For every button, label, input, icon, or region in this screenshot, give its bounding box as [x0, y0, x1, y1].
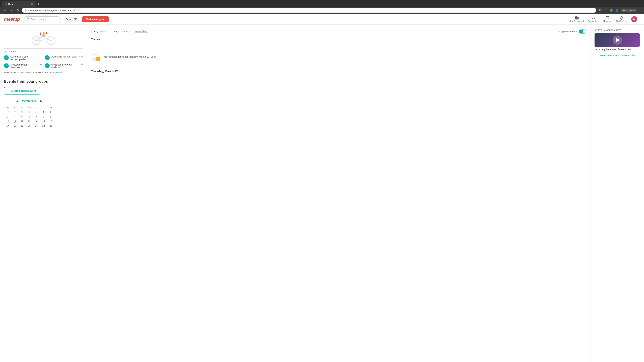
- header-nav: Pro Dashboard Connections Messages Notif…: [570, 16, 640, 22]
- reload-button[interactable]: ↻: [16, 8, 20, 12]
- cal-day-16[interactable]: 16: [47, 119, 54, 123]
- nav-messages[interactable]: Messages: [603, 16, 612, 22]
- user-avatar-menu[interactable]: M: [631, 16, 640, 22]
- nav-notifications[interactable]: Notifications: [616, 16, 627, 22]
- cal-day-feb25[interactable]: 25: [4, 110, 11, 114]
- network-reach-text: my Pro Network's reach?: [594, 29, 640, 31]
- cal-day-3[interactable]: 3: [4, 114, 11, 119]
- filters-row: Any type Any distance Reset filters Sugg…: [91, 29, 586, 34]
- nav-pro-dashboard[interactable]: Pro Dashboard: [570, 16, 584, 22]
- address-bar[interactable]: 🔒 meetup.com/home/?suggested=true&source…: [22, 8, 596, 12]
- nav-connections[interactable]: Connections: [588, 16, 599, 22]
- cal-day-6[interactable]: 6: [26, 114, 33, 119]
- video-item-2: Messaging your members 2:18: [4, 63, 42, 69]
- cal-day-10[interactable]: 10: [4, 119, 11, 123]
- day-header-fr: Fr: [40, 106, 47, 109]
- cal-day-15[interactable]: 15: [40, 119, 47, 123]
- distance-chevron-icon: [128, 30, 130, 32]
- tab-title: Home: [8, 3, 14, 5]
- url-text: meetup.com/home/?suggested=true&source=E…: [28, 9, 81, 11]
- logo-text: meetup: [4, 16, 20, 22]
- svg-point-5: [593, 16, 594, 18]
- search-bar[interactable]: Search events: [24, 16, 61, 22]
- cal-day-20[interactable]: 20: [26, 123, 33, 128]
- type-chevron-icon: [104, 30, 106, 32]
- incognito-badge: 🕵 Incognito: [621, 8, 636, 12]
- location-selector[interactable]: Dover, DE: [64, 16, 80, 22]
- cal-day-8[interactable]: 8: [40, 114, 47, 119]
- calendar-days: 25 26 27 28 29 1 2 3 4 5 6 7 8 9 10: [4, 110, 54, 128]
- calendar-next-button[interactable]: ▶: [39, 98, 43, 104]
- cal-day-4[interactable]: 4: [11, 114, 18, 119]
- center-panel: Any type Any distance Reset filters Sugg…: [87, 25, 590, 362]
- suggested-events-toggle-wrap: Suggested Events: [558, 29, 586, 33]
- bookmark-icon[interactable]: ☆: [604, 8, 608, 12]
- cal-day-feb28[interactable]: 28: [26, 110, 33, 114]
- cal-day-23[interactable]: 23: [47, 123, 54, 128]
- calendar-prev-button[interactable]: ◀: [16, 98, 19, 104]
- cal-day-5[interactable]: 5: [18, 114, 26, 119]
- distance-filter-button[interactable]: Any distance: [111, 29, 133, 34]
- active-tab[interactable]: m Home ✕: [2, 1, 36, 7]
- play-button-2[interactable]: [4, 63, 9, 68]
- today-label: Today: [91, 38, 586, 43]
- app-header: meetup Search events Dover, DE Start a n…: [0, 14, 644, 25]
- help-text: You can access these videos at any time …: [4, 71, 83, 74]
- svg-point-0: [27, 18, 29, 20]
- help-center-link[interactable]: help center.: [52, 71, 64, 74]
- logo[interactable]: meetup: [4, 16, 20, 22]
- calendar-day-headers: Su Mo Tu We Th Fr Sa: [4, 106, 54, 109]
- create-network-event-button[interactable]: + Create network event: [4, 87, 40, 94]
- search-toolbar-icon[interactable]: 🔍: [598, 8, 602, 12]
- video-duration-3: 2:36: [79, 63, 83, 66]
- svg-point-20: [42, 35, 45, 37]
- bicycle-svg: [27, 29, 60, 45]
- profile-icon[interactable]: 👤: [615, 8, 620, 12]
- video-title-2: Messaging your members: [10, 63, 36, 69]
- left-panel: 0% Complete Customizing your network pro…: [0, 25, 87, 362]
- tab-close-button[interactable]: ✕: [31, 3, 33, 5]
- cal-day-11-today[interactable]: 11: [11, 119, 18, 123]
- cal-day-1[interactable]: 1: [40, 110, 47, 114]
- pro-video-thumbnail[interactable]: [594, 33, 640, 47]
- cal-day-21[interactable]: 21: [33, 123, 40, 128]
- cal-day-2[interactable]: 2: [47, 110, 54, 114]
- cal-day-9[interactable]: 9: [47, 114, 54, 119]
- cal-day-feb26[interactable]: 26: [11, 110, 18, 114]
- cal-day-17[interactable]: 17: [4, 123, 11, 128]
- cal-day-14[interactable]: 14: [33, 119, 40, 123]
- start-new-group-button[interactable]: Start a new group: [82, 16, 108, 22]
- video-item-0: Customizing your network profile 1:41: [4, 55, 42, 61]
- person-icon: [592, 16, 595, 20]
- suggested-events-toggle[interactable]: [579, 29, 586, 33]
- cal-day-19[interactable]: 19: [18, 123, 26, 128]
- play-button-3[interactable]: [45, 63, 50, 68]
- forward-button[interactable]: →: [9, 8, 14, 12]
- reset-filters-button[interactable]: Reset filters: [135, 30, 148, 33]
- cal-day-feb27[interactable]: 27: [18, 110, 26, 114]
- bell-icon: [620, 16, 624, 20]
- day-header-su: Su: [4, 106, 11, 109]
- see-more-pro-help-link[interactable]: See more Pro Help Center articles: [594, 53, 640, 58]
- browser-toolbar-right: 🔍 ☆ 🧩 👤 🕵 Incognito ⋮: [598, 8, 642, 12]
- cal-day-feb29[interactable]: 29: [33, 110, 40, 114]
- events-section-title: Events from your groups: [4, 79, 83, 84]
- chart-icon: [575, 16, 579, 20]
- cal-day-7[interactable]: 7: [33, 114, 40, 119]
- back-button[interactable]: ←: [2, 8, 8, 12]
- tab-bar: m Home ✕ +: [0, 0, 644, 7]
- new-tab-button[interactable]: +: [36, 2, 41, 6]
- cal-day-12[interactable]: 12: [18, 119, 26, 123]
- svg-rect-3: [576, 17, 578, 19]
- video-title-0: Customizing your network profile: [10, 55, 36, 61]
- extensions-icon[interactable]: 🧩: [609, 8, 614, 12]
- video-duration-1: 1:43: [79, 55, 83, 58]
- svg-line-1: [28, 20, 29, 20]
- type-filter-button[interactable]: Any type: [91, 29, 109, 34]
- cal-day-22[interactable]: 22: [40, 123, 47, 128]
- play-button-0[interactable]: [4, 55, 9, 60]
- cal-day-13[interactable]: 13: [26, 119, 33, 123]
- play-button-1[interactable]: [45, 55, 50, 60]
- cal-day-18[interactable]: 18: [11, 123, 18, 128]
- menu-icon[interactable]: ⋮: [638, 8, 642, 12]
